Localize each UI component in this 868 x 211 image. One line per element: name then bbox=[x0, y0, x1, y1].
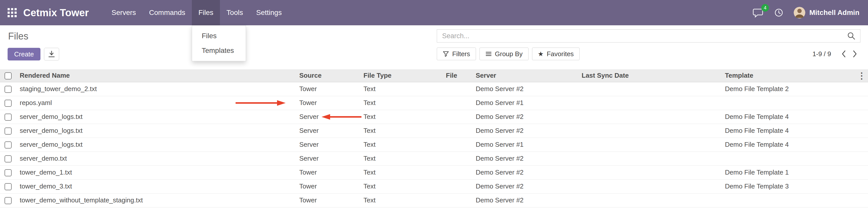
row-checkbox[interactable] bbox=[5, 86, 12, 93]
cell-rendered-name: staging_tower_demo_2.txt bbox=[16, 82, 296, 96]
user-menu[interactable]: Mitchell Admin bbox=[809, 9, 859, 17]
download-icon bbox=[48, 50, 55, 58]
nav-item-files[interactable]: Files Files Templates bbox=[192, 0, 220, 25]
cell-last-sync-date bbox=[578, 110, 721, 124]
cell-rendered-name: tower_demo_1.txt bbox=[16, 165, 296, 179]
filters-button[interactable]: Filters bbox=[437, 48, 476, 60]
column-header-source[interactable]: Source bbox=[296, 69, 360, 82]
column-options-button[interactable]: ⋮ bbox=[855, 69, 868, 82]
cell-source: Tower bbox=[296, 165, 360, 179]
messages-button[interactable]: 4 bbox=[753, 8, 764, 18]
cell-options bbox=[855, 82, 868, 96]
cell-source: Tower bbox=[296, 82, 360, 96]
favorites-button[interactable]: ★ Favorites bbox=[532, 48, 580, 60]
column-header-server[interactable]: Server bbox=[472, 69, 578, 82]
cell-file bbox=[442, 110, 472, 124]
brand-title: Cetmix Tower bbox=[23, 7, 89, 19]
nav-item-commands[interactable]: Commands bbox=[143, 0, 192, 25]
nav-item-label: Settings bbox=[256, 9, 282, 17]
column-header-template[interactable]: Template bbox=[721, 69, 855, 82]
cell-last-sync-date bbox=[578, 138, 721, 152]
cell-options bbox=[855, 138, 868, 152]
row-checkbox[interactable] bbox=[5, 155, 12, 162]
column-header-file[interactable]: File bbox=[442, 69, 472, 82]
column-header-file-type[interactable]: File Type bbox=[360, 69, 442, 82]
cell-source: Server bbox=[296, 110, 360, 124]
table-row[interactable]: tower_demo_without_template_staging.txt … bbox=[0, 193, 868, 207]
row-checkbox[interactable] bbox=[5, 114, 12, 121]
cell-template bbox=[721, 193, 855, 207]
cell-options bbox=[855, 152, 868, 165]
messages-badge: 4 bbox=[761, 4, 769, 12]
dropdown-item-files[interactable]: Files bbox=[192, 29, 246, 43]
nav-item-servers[interactable]: Servers bbox=[105, 0, 142, 25]
user-photo-icon bbox=[794, 7, 805, 19]
files-table: Rendered Name Source File Type File Serv… bbox=[0, 69, 868, 207]
select-all-checkbox[interactable] bbox=[5, 72, 12, 80]
nav-item-label: Files bbox=[198, 9, 213, 17]
activity-button[interactable] bbox=[774, 8, 783, 18]
cell-source: Tower bbox=[296, 96, 360, 110]
row-checkbox[interactable] bbox=[5, 127, 12, 134]
cell-file bbox=[442, 138, 472, 152]
cell-template: Demo File Template 4 bbox=[721, 124, 855, 138]
create-button[interactable]: Create bbox=[8, 48, 40, 60]
table-row[interactable]: tower_demo_1.txt Tower Text Demo Server … bbox=[0, 165, 868, 179]
cell-file-type: Text bbox=[360, 82, 442, 96]
control-panel: Files Create Filters bbox=[0, 25, 868, 69]
column-header-last-sync-date[interactable]: Last Sync Date bbox=[578, 69, 721, 82]
cell-template: Demo File Template 4 bbox=[721, 138, 855, 152]
apps-menu-icon[interactable] bbox=[8, 8, 17, 17]
cell-rendered-name: server_demo_logs.txt bbox=[16, 138, 296, 152]
row-checkbox[interactable] bbox=[5, 100, 12, 107]
nav-item-tools[interactable]: Tools bbox=[220, 0, 249, 25]
table-row[interactable]: server_demo_logs.txt Server Text Demo Se… bbox=[0, 110, 868, 124]
star-icon: ★ bbox=[538, 51, 544, 57]
cell-template bbox=[721, 152, 855, 165]
search-input[interactable] bbox=[442, 32, 847, 40]
cell-file-type: Text bbox=[360, 152, 442, 165]
row-checkbox[interactable] bbox=[5, 169, 12, 176]
row-checkbox[interactable] bbox=[5, 183, 12, 190]
table-row[interactable]: server_demo_logs.txt Server Text Demo Se… bbox=[0, 124, 868, 138]
cell-last-sync-date bbox=[578, 152, 721, 165]
column-header-rendered-name[interactable]: Rendered Name bbox=[16, 69, 296, 82]
nav-item-label: Commands bbox=[149, 9, 185, 17]
cell-source: Server bbox=[296, 138, 360, 152]
table-row[interactable]: staging_tower_demo_2.txt Tower Text Demo… bbox=[0, 82, 868, 96]
row-checkbox[interactable] bbox=[5, 197, 12, 204]
filters-label: Filters bbox=[452, 50, 470, 58]
cell-last-sync-date bbox=[578, 82, 721, 96]
grid-icon bbox=[8, 8, 17, 17]
table-row[interactable]: repos.yaml Tower Text Demo Server #1 bbox=[0, 96, 868, 110]
cell-file bbox=[442, 165, 472, 179]
cell-source: Tower bbox=[296, 179, 360, 193]
avatar[interactable] bbox=[794, 7, 805, 19]
pager-previous-button[interactable] bbox=[838, 49, 849, 59]
cell-template: Demo File Template 1 bbox=[721, 165, 855, 179]
table-row[interactable]: server_demo.txt Server Text Demo Server … bbox=[0, 152, 868, 165]
cell-template: Demo File Template 2 bbox=[721, 82, 855, 96]
group-by-button[interactable]: Group By bbox=[479, 48, 529, 60]
row-select-cell bbox=[0, 179, 16, 193]
cell-last-sync-date bbox=[578, 179, 721, 193]
dropdown-item-templates[interactable]: Templates bbox=[192, 43, 246, 58]
table-row[interactable]: tower_demo_3.txt Tower Text Demo Server … bbox=[0, 179, 868, 193]
page-title: Files bbox=[8, 31, 59, 42]
cell-options bbox=[855, 110, 868, 124]
cell-rendered-name: tower_demo_without_template_staging.txt bbox=[16, 193, 296, 207]
cell-last-sync-date bbox=[578, 96, 721, 110]
row-checkbox[interactable] bbox=[5, 142, 12, 149]
search-icon[interactable] bbox=[847, 32, 856, 40]
select-all-header bbox=[0, 69, 16, 82]
group-by-icon bbox=[485, 51, 492, 57]
table-row[interactable]: server_demo_logs.txt Server Text Demo Se… bbox=[0, 138, 868, 152]
pager-next-button[interactable] bbox=[849, 49, 860, 59]
navbar: Cetmix Tower Servers Commands Files File… bbox=[0, 0, 868, 25]
export-button[interactable] bbox=[44, 48, 59, 60]
nav-item-settings[interactable]: Settings bbox=[249, 0, 288, 25]
control-panel-right: Filters Group By ★ Favorites 1-9 / 9 bbox=[437, 29, 860, 69]
row-select-cell bbox=[0, 96, 16, 110]
cell-options bbox=[855, 179, 868, 193]
cell-file bbox=[442, 193, 472, 207]
